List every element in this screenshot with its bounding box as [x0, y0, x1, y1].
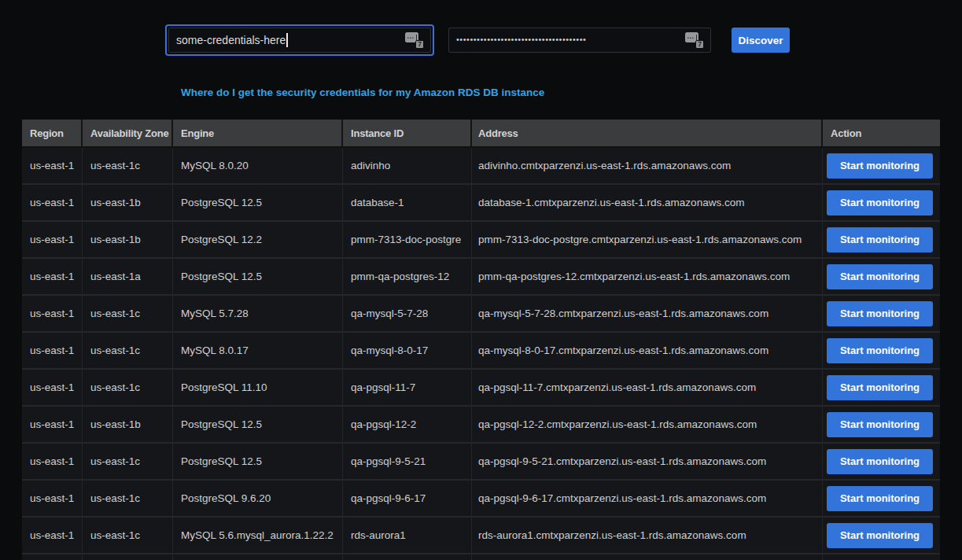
cell-engine: MySQL 8.0.20 [173, 148, 343, 183]
table-header-row: Region Availability Zone Engine Instance… [22, 120, 940, 148]
cell-action: Start monitoring [823, 296, 940, 331]
start-monitoring-button[interactable]: Start monitoring [827, 264, 933, 289]
cell-engine: PostgreSQL 12.5 [173, 259, 343, 294]
cell-address: qa-pgsql-9-5-21.cmtxparzenzi.us-east-1.r… [472, 444, 823, 479]
start-monitoring-button[interactable]: Start monitoring [827, 412, 933, 437]
cell-region: us-east-1 [22, 407, 83, 442]
cell-engine: PostgreSQL 11.10 [173, 370, 343, 405]
cell-engine: PostgreSQL 12.5 [173, 185, 343, 220]
cell-availability-zone: us-east-1c [83, 148, 173, 183]
table-body: us-east-1 us-east-1c MySQL 8.0.20 adivin… [22, 148, 940, 554]
access-key-field-focus-ring: some-credentials-here ... 7 [165, 24, 434, 56]
start-monitoring-button[interactable]: Start monitoring [827, 375, 933, 400]
cell-region: us-east-1 [22, 222, 83, 257]
start-monitoring-button[interactable]: Start monitoring [827, 449, 933, 474]
cell-action: Start monitoring [823, 444, 940, 479]
table-row: us-east-1 us-east-1c MySQL 5.7.28 qa-mys… [22, 296, 940, 333]
table-row-partial [22, 554, 940, 560]
table-row: us-east-1 us-east-1a PostgreSQL 12.5 pmm… [22, 259, 940, 296]
start-monitoring-button[interactable]: Start monitoring [827, 190, 933, 216]
cell-action: Start monitoring [823, 407, 940, 442]
cell-instance-id: database-1 [343, 185, 472, 220]
cell-instance-id: rds-aurora1 [343, 518, 472, 553]
table-row: us-east-1 us-east-1b PostgreSQL 12.5 dat… [22, 185, 940, 222]
table-row: us-east-1 us-east-1b PostgreSQL 12.2 pmm… [22, 222, 940, 259]
start-monitoring-button[interactable]: Start monitoring [827, 153, 933, 179]
table-row: us-east-1 us-east-1c MySQL 8.0.17 qa-mys… [22, 333, 940, 370]
cell-engine: MySQL 5.7.28 [173, 296, 343, 331]
cell-instance-id: qa-mysql-5-7-28 [343, 296, 472, 331]
cell-region: us-east-1 [22, 259, 83, 294]
cell-address: adivinho.cmtxparzenzi.us-east-1.rds.amaz… [472, 148, 823, 183]
cell-engine: MySQL 5.6.mysql_aurora.1.22.2 [173, 518, 343, 553]
cell-availability-zone: us-east-1b [83, 185, 173, 220]
column-header-address: Address [472, 120, 823, 146]
cell-address: qa-pgsql-12-2.cmtxparzenzi.us-east-1.rds… [472, 407, 823, 442]
cell-address: pmm-qa-postgres-12.cmtxparzenzi.us-east-… [472, 259, 823, 294]
column-header-availability-zone: Availability Zone [83, 120, 173, 146]
cell-address: pmm-7313-doc-postgre.cmtxparzenzi.us-eas… [472, 222, 823, 257]
cell-availability-zone: us-east-1a [83, 259, 173, 294]
cell-region: us-east-1 [22, 370, 83, 405]
cell-address: qa-mysql-5-7-28.cmtxparzenzi.us-east-1.r… [472, 296, 823, 331]
cell-region: us-east-1 [22, 185, 83, 220]
discover-button[interactable]: Discover [732, 28, 790, 53]
table-row: us-east-1 us-east-1c PostgreSQL 12.5 qa-… [22, 444, 940, 481]
cell-availability-zone: us-east-1c [83, 296, 173, 331]
cell-address: qa-pgsql-9-6-17.cmtxparzenzi.us-east-1.r… [472, 481, 823, 516]
secret-key-input[interactable]: •••••••••••••••••••••••••••••••••••••• .… [448, 28, 711, 53]
text-cursor [286, 33, 288, 47]
start-monitoring-button[interactable]: Start monitoring [827, 301, 933, 326]
start-monitoring-button[interactable]: Start monitoring [827, 486, 933, 511]
cell-engine: PostgreSQL 12.2 [173, 222, 343, 257]
cell-address: database-1.cmtxparzenzi.us-east-1.rds.am… [472, 185, 823, 220]
cell-instance-id: qa-mysql-8-0-17 [343, 333, 472, 368]
cell-instance-id: pmm-7313-doc-postgre [343, 222, 472, 257]
secret-key-masked-value: •••••••••••••••••••••••••••••••••••••• [456, 35, 586, 44]
cell-action: Start monitoring [823, 148, 940, 183]
cell-engine: PostgreSQL 12.5 [173, 407, 343, 442]
cell-action: Start monitoring [823, 333, 940, 368]
start-monitoring-button[interactable]: Start monitoring [827, 338, 933, 363]
cell-region: us-east-1 [22, 481, 83, 516]
column-header-instance-id: Instance ID [343, 120, 472, 146]
cell-engine: PostgreSQL 9.6.20 [173, 481, 343, 516]
cell-address: qa-pgsql-11-7.cmtxparzenzi.us-east-1.rds… [472, 370, 823, 405]
security-credentials-help-link[interactable]: Where do I get the security credentials … [181, 87, 544, 98]
start-monitoring-button[interactable]: Start monitoring [827, 227, 933, 252]
table-row: us-east-1 us-east-1c PostgreSQL 9.6.20 q… [22, 481, 940, 518]
cell-action: Start monitoring [823, 185, 940, 220]
column-header-engine: Engine [173, 120, 343, 146]
cell-address: rds-aurora1.cmtxparzenzi.us-east-1.rds.a… [472, 518, 823, 553]
cell-action: Start monitoring [823, 370, 940, 405]
password-manager-icon[interactable]: ... 7 [685, 31, 705, 49]
cell-region: us-east-1 [22, 148, 83, 183]
password-manager-badge: 7 [695, 40, 704, 49]
cell-instance-id: adivinho [343, 148, 472, 183]
cell-address: qa-mysql-8-0-17.cmtxparzenzi.us-east-1.r… [472, 333, 823, 368]
table-row: us-east-1 us-east-1b PostgreSQL 12.5 qa-… [22, 407, 940, 444]
cell-region: us-east-1 [22, 444, 83, 479]
cell-availability-zone: us-east-1c [83, 481, 173, 516]
cell-instance-id: qa-pgsql-12-2 [343, 407, 472, 442]
table-row: us-east-1 us-east-1c PostgreSQL 11.10 qa… [22, 370, 940, 407]
cell-availability-zone: us-east-1c [83, 370, 173, 405]
cell-availability-zone: us-east-1c [83, 444, 173, 479]
cell-action: Start monitoring [823, 518, 940, 553]
password-manager-icon[interactable]: ... 7 [405, 31, 425, 49]
column-header-action: Action [823, 120, 940, 146]
access-key-input[interactable]: some-credentials-here ... 7 [168, 28, 431, 53]
cell-engine: MySQL 8.0.17 [173, 333, 343, 368]
cell-region: us-east-1 [22, 296, 83, 331]
cell-region: us-east-1 [22, 333, 83, 368]
cell-engine: PostgreSQL 12.5 [173, 444, 343, 479]
access-key-value: some-credentials-here [176, 34, 286, 46]
cell-availability-zone: us-east-1c [83, 333, 173, 368]
table-row: us-east-1 us-east-1c MySQL 5.6.mysql_aur… [22, 518, 940, 554]
start-monitoring-button[interactable]: Start monitoring [827, 523, 933, 548]
cell-action: Start monitoring [823, 481, 940, 516]
cell-instance-id: qa-pgsql-9-6-17 [343, 481, 472, 516]
column-header-region: Region [22, 120, 83, 146]
cell-instance-id: qa-pgsql-9-5-21 [343, 444, 472, 479]
cell-availability-zone: us-east-1b [83, 222, 173, 257]
